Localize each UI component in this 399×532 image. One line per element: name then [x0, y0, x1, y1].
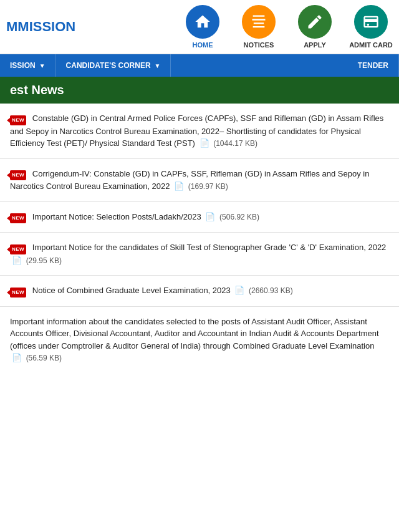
pdf-icon[interactable]: 📄 [205, 211, 215, 223]
nav-notices-label: NOTICES [244, 41, 274, 49]
svg-point-0 [367, 24, 370, 26]
news-text: Notice of Combined Graduate Level Examin… [32, 286, 231, 295]
list-item: NEW Important Notice for the candidates … [0, 233, 399, 276]
file-size: (56.59 KB) [26, 354, 62, 362]
home-icon [194, 13, 211, 31]
list-item: NEW Corrigendum-IV: Constable (GD) in CA… [0, 159, 399, 202]
apply-icon-circle [298, 5, 332, 39]
menu-ission-label: ISSION [10, 61, 36, 70]
admit-card-icon [362, 13, 380, 31]
nav-home-label: HOME [193, 41, 213, 49]
nav-admit-card[interactable]: ADMIT CARD [349, 5, 393, 49]
menu-candidates-label: CANDIDATE'S CORNER [66, 61, 151, 70]
notices-icon-circle [242, 5, 276, 39]
list-item: NEW Constable (GD) in Central Armed Poli… [0, 104, 399, 159]
menu-ission-arrow: ▼ [39, 62, 46, 69]
nav-icons: HOME NOTICES APPLY [75, 5, 393, 49]
new-badge: NEW [10, 113, 26, 125]
file-size: (506.92 KB) [219, 213, 259, 221]
new-badge-label: NEW [10, 244, 26, 254]
news-text: Important Notice: Selection Posts/Ladakh… [32, 212, 201, 221]
file-size: (29.95 KB) [26, 256, 62, 265]
menu-candidates-arrow: ▼ [155, 62, 161, 69]
pdf-icon[interactable]: 📄 [12, 352, 22, 364]
new-badge: NEW [10, 242, 26, 254]
news-text: Important information about the candidat… [10, 317, 379, 351]
pdf-icon[interactable]: 📄 [234, 284, 244, 297]
pdf-icon[interactable]: 📄 [200, 137, 209, 150]
nav-admit-card-label: ADMIT CARD [349, 41, 393, 49]
nav-apply-label: APPLY [304, 41, 326, 49]
menu-bar: ISSION ▼ CANDIDATE'S CORNER ▼ TENDER [0, 54, 399, 77]
pdf-icon[interactable]: 📄 [12, 254, 22, 267]
latest-news-header: est News [0, 77, 399, 104]
new-badge-label: NEW [10, 115, 26, 125]
menu-item-candidates-corner[interactable]: CANDIDATE'S CORNER ▼ [56, 54, 171, 77]
list-item: Important information about the candidat… [0, 307, 399, 373]
notices-icon [250, 13, 267, 31]
home-icon-circle [186, 5, 219, 39]
menu-item-tender[interactable]: TENDER [348, 54, 399, 77]
nav-apply[interactable]: APPLY [293, 5, 337, 49]
nav-home[interactable]: HOME [181, 5, 224, 49]
file-size: (1044.17 KB) [213, 139, 257, 148]
file-size: (2660.93 KB) [249, 286, 293, 295]
new-badge-label: NEW [10, 213, 26, 223]
list-item: NEW Important Notice: Selection Posts/La… [0, 202, 399, 233]
file-size: (169.97 KB) [188, 182, 228, 191]
new-badge: NEW [10, 285, 26, 297]
nav-notices[interactable]: NOTICES [237, 5, 281, 49]
apply-icon [306, 13, 324, 31]
menu-tender-label: TENDER [358, 61, 388, 70]
news-text: Important Notice for the candidates of S… [32, 243, 387, 252]
latest-news-title: est News [10, 83, 64, 97]
new-badge-label: NEW [10, 170, 26, 180]
news-text: Constable (GD) in Central Armed Police F… [10, 114, 383, 148]
new-badge-label: NEW [10, 288, 26, 297]
news-list: NEW Constable (GD) in Central Armed Poli… [0, 104, 399, 373]
new-badge: NEW [10, 168, 26, 180]
menu-item-ission[interactable]: ISSION ▼ [0, 54, 56, 77]
header: MMISSION HOME NOTICES [0, 0, 399, 54]
logo-text: MMISSION [6, 19, 75, 35]
admit-card-icon-circle [354, 5, 388, 39]
new-badge: NEW [10, 211, 26, 223]
pdf-icon[interactable]: 📄 [174, 180, 184, 193]
list-item: NEW Notice of Combined Graduate Level Ex… [0, 276, 399, 307]
